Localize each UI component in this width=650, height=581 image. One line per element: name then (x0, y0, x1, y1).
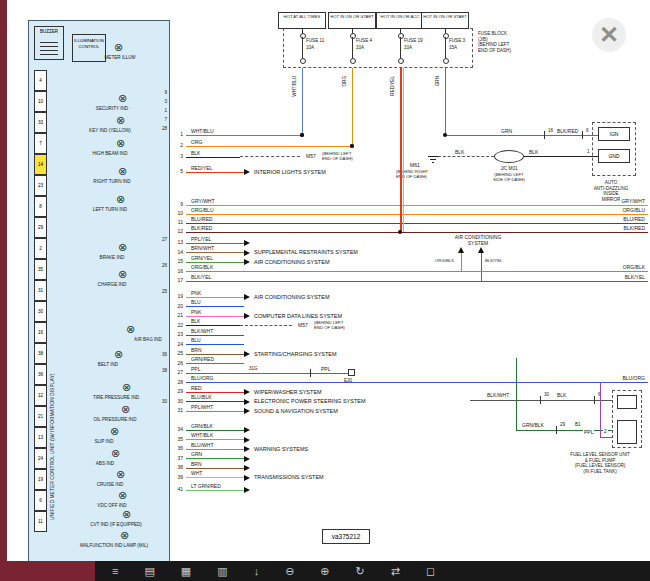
arrow-icon (244, 313, 250, 319)
arrow-icon (244, 294, 250, 300)
wire-line (186, 135, 302, 136)
zoom-out-icon[interactable]: ⊖ (285, 564, 294, 578)
indicator-label: OIL PRESSURE IND (73, 417, 157, 423)
system-label: SOUND & NAVIGATION SYSTEM (253, 408, 339, 415)
system-label: INTERIOR LIGHTS SYSTEM (253, 169, 327, 176)
bulb-icon: ⊗ (121, 404, 130, 415)
arrow-icon (244, 389, 250, 395)
row-pin-number: 38 (170, 464, 183, 470)
wire-color-right-label: BLK/YEL (624, 274, 646, 280)
menu-icon[interactable]: ≡ (112, 564, 118, 578)
fuse-name: FUSE 3 (449, 38, 465, 44)
arrow-icon (244, 250, 250, 256)
bulb-icon: ⊗ (120, 530, 129, 541)
wire-line (186, 306, 244, 307)
row-pin-number: 35 (170, 436, 183, 442)
arrow-icon (244, 465, 250, 471)
row-pin-number: 15 (170, 258, 183, 264)
row-pin-number: 26 (170, 360, 183, 366)
row-pin-number: 17 (170, 277, 183, 283)
row-pin-number: 1 (170, 131, 183, 137)
diagram-generated-layer: 1WHT/BLU2ORG3BLKM57(BEHIND LEFT END OF D… (0, 0, 650, 581)
wire-line (186, 232, 648, 233)
wire-line (186, 490, 244, 491)
connector-pin: 8 (34, 196, 47, 217)
wire-color-label: GRN (190, 451, 203, 457)
wire-color-right-label: ORG/BLK (622, 264, 646, 270)
bulb-icon: ⊗ (118, 269, 127, 280)
panel-edge-pin: 30 (157, 399, 167, 405)
wire-line (186, 214, 648, 215)
wire-color-label: BLU (190, 337, 202, 343)
row-pin-number: 41 (170, 486, 183, 492)
indicator-label: CVT IND (IF EQUIPPED) (74, 522, 158, 528)
wire-line (186, 243, 244, 244)
toolbar-icons: ≡▤▦▥↓⊖⊕↻⇄◻ (112, 564, 435, 578)
fuse-element (352, 37, 353, 58)
wire-line-dashed (240, 156, 300, 157)
fullscreen-icon[interactable]: ◻ (426, 564, 435, 578)
connector-tick (310, 369, 311, 377)
indicator-label: CHARGE IND (70, 282, 154, 288)
close-button[interactable]: ✕ (592, 18, 626, 52)
wire-color-label: GRN/RED (190, 356, 215, 362)
thumbnails-icon[interactable]: ▦ (181, 564, 191, 578)
wire-line (186, 325, 240, 326)
fuse-terminal (300, 58, 306, 64)
ground-ref-note: (BEHIND LEFT END OF DASH) (314, 320, 345, 331)
arrow-icon (244, 408, 250, 414)
wire-color-label: WHT/BLU (190, 128, 215, 134)
pan-icon[interactable]: ⇄ (391, 564, 400, 578)
junction-dot (300, 133, 304, 137)
indicator-label: BELT IND (66, 362, 150, 368)
columns-icon[interactable]: ▥ (217, 564, 227, 578)
wire-color-label: BLK (190, 150, 201, 156)
connector-pin: 6 (34, 490, 47, 511)
wire-line (186, 449, 244, 450)
zoom-in-icon[interactable]: ⊕ (320, 564, 329, 578)
rotate-icon[interactable]: ↻ (356, 564, 365, 578)
download-icon[interactable]: ↓ (254, 564, 260, 578)
panel-edge-pin: 25 (157, 289, 167, 295)
fuse-element (445, 37, 446, 58)
pages-icon[interactable]: ▤ (144, 564, 154, 578)
connector-pin: 24 (34, 448, 47, 469)
hot-feed-label: HOT IN ON OR START (421, 12, 469, 29)
wire-color-label: PPL/WHT (190, 404, 214, 410)
wire-color-label: BLU/RED (190, 216, 214, 222)
connector-pin: 16 (34, 322, 47, 343)
row-pin-number: 12 (170, 228, 183, 234)
wire-color-label: PPL (320, 366, 331, 372)
wire-color-label: GRN/BLK (190, 423, 214, 429)
wiring-diagram-viewer: BUZZER ILLUMINATION CONTROL UNIFIED METE… (0, 0, 650, 581)
wire-color-label: PPL/YEL (190, 236, 212, 242)
wire-line (186, 271, 648, 272)
row-pin-number: 37 (170, 455, 183, 461)
bulb-icon: ⊗ (118, 93, 127, 104)
indicator-label: MALFUNCTION IND LAMP (MIL) (72, 543, 156, 549)
wire-line-dashed (240, 325, 292, 326)
row-pin-number: 25 (170, 350, 183, 356)
junction-dot (398, 230, 402, 234)
connector-pin: 29 (34, 217, 47, 238)
row-pin-number: 13 (170, 239, 183, 245)
system-label: STARTING/CHARGING SYSTEM (253, 351, 338, 358)
wire-color-label: BLU/WHT (190, 442, 215, 448)
wire-color-label: BRN/WHT (190, 245, 215, 251)
row-pin-number: 10 (170, 210, 183, 216)
panel-edge-pin: 38 (157, 368, 167, 374)
bulb-icon: ⊗ (114, 42, 123, 53)
bulb-icon: ⊗ (114, 349, 123, 360)
wire-line (186, 335, 244, 336)
wire-color-label: ORG (190, 139, 203, 145)
indicator-label: AIR BAG IND (106, 337, 190, 343)
wire-line (186, 172, 244, 173)
fuse-element (302, 37, 303, 58)
connector-symbol (348, 369, 355, 376)
connector-pin: 30 (34, 301, 47, 322)
feed-wire-stripe (403, 68, 404, 232)
connector-pin: 11 (34, 511, 47, 532)
connector-pin: 36 (34, 364, 47, 385)
indicator-label: METER ILLUM (78, 55, 162, 61)
connector-pin: 10 (34, 91, 47, 112)
